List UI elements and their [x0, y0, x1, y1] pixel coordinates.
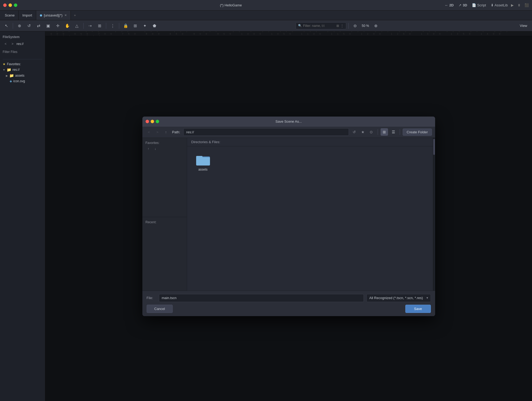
dialog-path-input[interactable]: [183, 128, 349, 136]
cancel-button[interactable]: Cancel: [147, 305, 173, 313]
nav-3d[interactable]: ↗ 3D: [459, 3, 467, 7]
dialog-refresh-btn[interactable]: ↺: [350, 128, 358, 136]
sidebar-divider-1: [3, 59, 42, 59]
dialog-min-btn[interactable]: [151, 120, 154, 123]
dialog-sep-2: [400, 129, 400, 135]
tab-unsaved[interactable]: [unsaved](*) ✕: [36, 11, 71, 20]
assets-folder-svg: [196, 154, 210, 166]
tool-bone[interactable]: ✦: [141, 22, 149, 30]
dialog-toolbar: < > ↑ Path: ↺ ★ ⊙ ⊞ ☰ Create Folder: [142, 127, 435, 138]
minimize-btn[interactable]: [9, 3, 12, 7]
dialog-type-select[interactable]: All Recognized (*.tscn, *.scn, *.res) Sc…: [366, 294, 431, 302]
tool-group[interactable]: ⊞: [131, 22, 139, 30]
sidebar-icon-file[interactable]: ◈ icon.svg: [0, 78, 45, 84]
tool-flip[interactable]: ⇄: [34, 22, 43, 30]
create-folder-btn[interactable]: Create Folder: [403, 129, 432, 136]
toolbar-sep-1: [13, 23, 13, 29]
favorites-star-icon: ★: [3, 62, 6, 66]
save-button[interactable]: Save: [405, 305, 431, 313]
tab-scene[interactable]: Scene: [1, 11, 19, 20]
filter-bar[interactable]: 🔍 ⊞ ⋮: [296, 22, 346, 29]
dialog-scrollbar[interactable]: [433, 138, 435, 291]
tool-scale[interactable]: ↺: [25, 22, 33, 30]
assets-file-label: assets: [198, 168, 208, 171]
filesystem-title: FileSystem: [0, 34, 45, 40]
zoom-in-btn[interactable]: ⊕: [372, 22, 380, 30]
tab-add-btn[interactable]: +: [71, 11, 79, 20]
tab-scene-label: Scene: [5, 13, 15, 17]
dialog-max-btn[interactable]: [156, 120, 159, 123]
sidebar-favorites[interactable]: ★ Favorites:: [0, 61, 45, 67]
res-folder-label: res://: [13, 68, 20, 72]
pause-btn[interactable]: ⏸: [517, 3, 521, 7]
view-btn[interactable]: View: [517, 23, 530, 29]
dialog-recent-label: Recent:: [146, 220, 184, 224]
dialog-fav-down-btn[interactable]: ↓: [152, 146, 158, 152]
title-bar: (*) HelloGame ↔ 2D ↗ 3D 📄 Script ⬇ Asset…: [0, 0, 532, 11]
filter-more-icon[interactable]: ⋮: [340, 24, 344, 28]
nav-script[interactable]: 📄 Script: [472, 3, 486, 7]
tool-snap[interactable]: ⇢: [86, 22, 94, 30]
tool-ellipsis[interactable]: ⋮: [108, 22, 117, 30]
dialog-sidebar-controls: ↑ ↓: [146, 146, 184, 152]
zoom-out-btn[interactable]: ⊖: [351, 22, 359, 30]
dialog-file-grid: assets: [187, 146, 433, 291]
zoom-level: 50 %: [360, 24, 370, 28]
tool-rotate[interactable]: ⊕: [15, 22, 24, 30]
tool-grid[interactable]: ⊞: [95, 22, 104, 30]
maximize-btn[interactable]: [14, 3, 17, 7]
toolbar-sep-4: [119, 23, 119, 29]
file-item-assets[interactable]: assets: [192, 152, 214, 173]
tab-import[interactable]: Import: [19, 11, 36, 20]
tool-paint[interactable]: ⬟: [150, 22, 159, 30]
sidebar-forward-btn[interactable]: >: [10, 41, 15, 47]
tool-pointer[interactable]: ↖: [2, 22, 11, 30]
res-chevron-icon: ▼: [3, 68, 5, 71]
dialog-list-view-btn[interactable]: ☰: [390, 128, 397, 136]
tool-box[interactable]: ▣: [44, 22, 52, 30]
svg-rect-3: [196, 157, 210, 166]
dialog-fav-up-btn[interactable]: ↑: [146, 146, 151, 152]
tab-unsaved-label: [unsaved](*): [44, 13, 63, 17]
filter-icon: 🔍: [298, 24, 302, 27]
close-btn[interactable]: [3, 3, 7, 7]
dialog-forward-btn[interactable]: >: [154, 129, 161, 135]
dialog-history-btn[interactable]: ⊙: [368, 128, 375, 136]
filter-files-label: Filter Files: [0, 48, 45, 55]
dialog-sidebar-divider: [142, 217, 187, 217]
dialog-back-btn[interactable]: <: [146, 129, 152, 135]
dialog-bookmark-btn[interactable]: ★: [359, 128, 366, 136]
stop-btn[interactable]: ⬛: [525, 3, 529, 7]
tool-hand[interactable]: ✋: [63, 22, 72, 30]
tab-close-btn[interactable]: ✕: [64, 14, 67, 17]
tool-lock[interactable]: 🔒: [121, 22, 130, 30]
favorites-label: Favorites:: [7, 62, 21, 66]
app-title: (*) HelloGame: [20, 3, 441, 7]
nav-assetlib[interactable]: ⬇ AssetLib: [491, 3, 508, 7]
nav-2d[interactable]: ↔ 2D: [444, 3, 454, 7]
title-controls: ▶ ⏸ ⬛: [511, 3, 529, 7]
sidebar-res-folder[interactable]: ▼ 📁 res://: [0, 67, 45, 73]
sidebar-back-btn[interactable]: <: [3, 41, 9, 47]
dialog-type-wrapper: All Recognized (*.tscn, *.scn, *.res) Sc…: [366, 294, 431, 302]
sidebar-assets-folder[interactable]: ▶ 📁 assets: [0, 73, 45, 78]
filter-options-icon[interactable]: ⊞: [336, 24, 339, 28]
filter-input[interactable]: [303, 24, 335, 28]
dialog-favorites-section: Favorites: ↑ ↓: [142, 140, 187, 153]
title-nav: ↔ 2D ↗ 3D 📄 Script ⬇ AssetLib: [444, 3, 508, 7]
play-btn[interactable]: ▶: [511, 3, 514, 7]
dialog-grid-view-btn[interactable]: ⊞: [381, 128, 388, 136]
dialog-sidebar: Favorites: ↑ ↓ Recent:: [142, 138, 187, 291]
dialog-path-actions: ↺ ★ ⊙: [350, 128, 375, 136]
toolbar-sep-3: [106, 23, 106, 29]
dialog-title-bar: Save Scene As...: [142, 117, 435, 127]
tool-more[interactable]: ✛: [53, 22, 62, 30]
dialog-up-btn[interactable]: ↑: [163, 129, 170, 135]
toolbar-sep-2: [83, 23, 84, 29]
icon-file-icon: ◈: [10, 79, 12, 83]
save-dialog: Save Scene As... < > ↑ Path: ↺ ★ ⊙ ⊞: [142, 117, 435, 316]
dialog-recent-section: Recent:: [142, 219, 187, 226]
dialog-filename-input[interactable]: [159, 294, 364, 302]
tool-triangle[interactable]: △: [73, 22, 81, 30]
dialog-close-btn[interactable]: [146, 120, 149, 123]
